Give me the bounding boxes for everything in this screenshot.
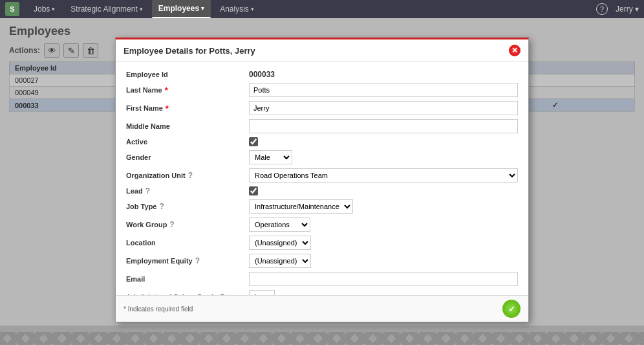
ok-button[interactable]: ✓ <box>502 300 521 318</box>
work-group-select-wrap: Operations Support Management <box>249 217 518 232</box>
job-type-help-icon[interactable]: ? <box>159 202 164 211</box>
active-checkbox[interactable] <box>249 137 258 146</box>
employee-id-value: 000033 <box>249 70 518 79</box>
location-select[interactable]: (Unassigned) Main Office Remote <box>249 236 311 250</box>
org-unit-select[interactable]: Road Operations Team <box>249 168 518 183</box>
employee-details-modal: Employee Details for Potts, Jerry ✕ Empl… <box>115 38 529 322</box>
employment-equity-select-wrap: (Unassigned) Yes No <box>249 254 518 268</box>
nav-employees-arrow: ▾ <box>201 5 204 12</box>
location-select-wrap: (Unassigned) Main Office Remote <box>249 236 518 250</box>
nav-analysis[interactable]: Analysis ▾ <box>213 0 261 18</box>
top-navigation: S Jobs ▾ Strategic Alignment ▾ Employees… <box>0 0 644 18</box>
email-label: Email <box>126 275 249 283</box>
page-content: Employees Actions: 👁 ✎ 🗑 Employee Id Nam… <box>0 18 644 345</box>
work-group-select[interactable]: Operations Support Management <box>249 217 310 232</box>
employment-equity-label: Employment Equity ? <box>126 256 249 265</box>
employee-form: Employee Id 000033 Last Name* First Name… <box>126 70 518 295</box>
lead-checkbox-wrap <box>249 186 518 195</box>
modal-footer: * Indicates required field ✓ <box>116 295 528 322</box>
nav-jobs[interactable]: Jobs ▾ <box>27 0 61 18</box>
lead-help-icon[interactable]: ? <box>145 186 150 195</box>
middle-name-input[interactable] <box>249 119 518 133</box>
nav-strategic-alignment-arrow: ▾ <box>140 6 143 12</box>
gender-label: Gender <box>126 153 249 161</box>
gender-select-wrap: Male Female Other <box>249 150 518 164</box>
help-button[interactable]: ? <box>596 3 608 15</box>
employment-equity-select[interactable]: (Unassigned) Yes No <box>249 254 311 268</box>
gender-select[interactable]: Male Female Other <box>249 150 292 164</box>
nav-analysis-arrow: ▾ <box>251 6 254 12</box>
middle-name-label: Middle Name <box>126 122 249 130</box>
org-unit-help-icon[interactable]: ? <box>188 171 193 180</box>
modal-title: Employee Details for Potts, Jerry <box>123 46 255 56</box>
app-logo: S <box>5 2 19 16</box>
nav-employees[interactable]: Employees ▾ <box>152 0 211 18</box>
last-name-label: Last Name* <box>126 85 249 95</box>
required-field-note: * Indicates required field <box>123 306 193 313</box>
admin-salary-grade-select[interactable]: L M H <box>249 290 275 295</box>
modal-overlay: Employee Details for Potts, Jerry ✕ Empl… <box>0 18 644 345</box>
user-menu[interactable]: Jerry ▾ <box>616 5 639 14</box>
first-name-label: First Name* <box>126 104 249 113</box>
modal-body: Employee Id 000033 Last Name* First Name… <box>116 62 528 295</box>
org-unit-select-wrap: Road Operations Team <box>249 168 518 183</box>
email-input[interactable] <box>249 272 518 286</box>
first-name-input[interactable] <box>249 101 518 115</box>
employment-equity-help-icon[interactable]: ? <box>195 256 200 265</box>
job-type-select[interactable]: Infrastructure/Maintenance Administrativ… <box>249 199 353 214</box>
admin-salary-grade-select-wrap: L M H <box>249 290 518 295</box>
last-name-input[interactable] <box>249 83 518 97</box>
modal-header: Employee Details for Potts, Jerry ✕ <box>116 39 528 62</box>
job-type-label: Job Type ? <box>126 202 249 211</box>
location-label: Location <box>126 239 249 247</box>
nav-jobs-arrow: ▾ <box>52 6 55 12</box>
nav-strategic-alignment[interactable]: Strategic Alignment ▾ <box>64 0 149 18</box>
job-type-select-wrap: Infrastructure/Maintenance Administrativ… <box>249 199 518 214</box>
employee-id-label: Employee Id <box>126 71 249 78</box>
work-group-help-icon[interactable]: ? <box>169 220 174 229</box>
lead-checkbox[interactable] <box>249 186 258 195</box>
active-label: Active <box>126 138 249 146</box>
work-group-label: Work Group ? <box>126 220 249 229</box>
modal-close-button[interactable]: ✕ <box>509 45 521 56</box>
active-checkbox-wrap <box>249 137 518 146</box>
org-unit-label: Organization Unit ? <box>126 171 249 180</box>
lead-label: Lead ? <box>126 186 249 195</box>
